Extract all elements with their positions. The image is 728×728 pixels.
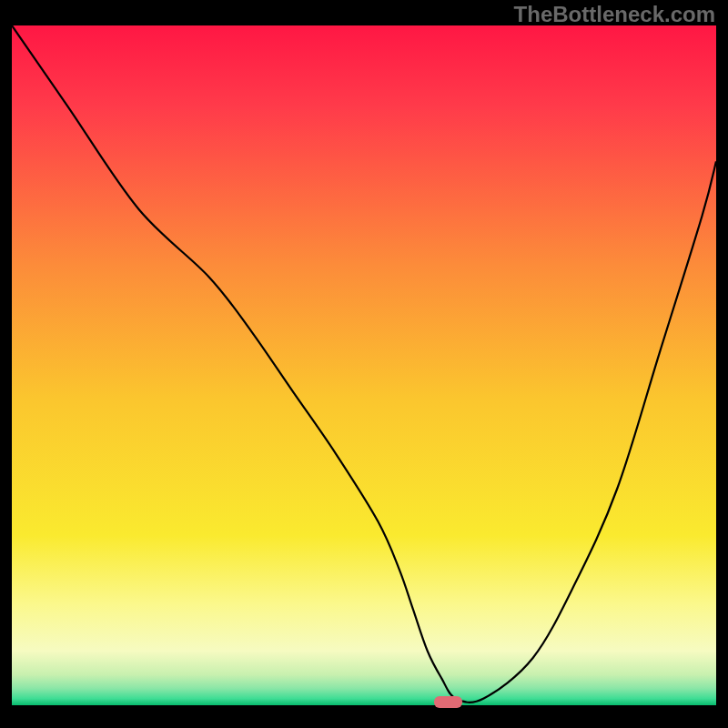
watermark-text: TheBottleneck.com [514,2,715,27]
optimal-marker [434,696,462,708]
bottleneck-curve [12,25,716,705]
plot-area [12,25,716,705]
